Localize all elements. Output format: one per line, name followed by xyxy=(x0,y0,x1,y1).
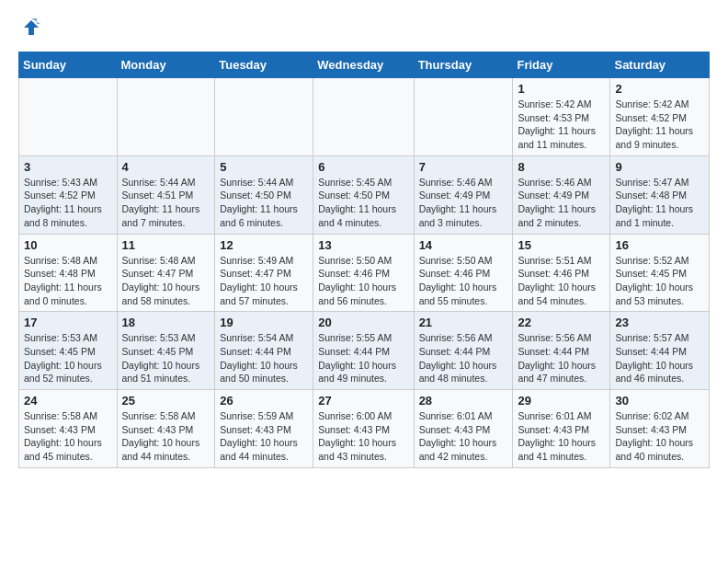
day-cell: 21Sunrise: 5:56 AM Sunset: 4:44 PM Dayli… xyxy=(414,312,513,390)
day-number: 18 xyxy=(122,316,210,329)
weekday-header-thursday: Thursday xyxy=(414,52,513,78)
day-info: Sunrise: 5:46 AM Sunset: 4:49 PM Dayligh… xyxy=(419,176,508,230)
day-number: 13 xyxy=(318,238,408,252)
weekday-header-saturday: Saturday xyxy=(610,52,710,78)
day-number: 2 xyxy=(615,82,704,96)
day-info: Sunrise: 5:46 AM Sunset: 4:49 PM Dayligh… xyxy=(518,176,605,230)
day-cell: 23Sunrise: 5:57 AM Sunset: 4:44 PM Dayli… xyxy=(610,312,710,390)
weekday-header-row: SundayMondayTuesdayWednesdayThursdayFrid… xyxy=(19,52,710,78)
day-info: Sunrise: 5:52 AM Sunset: 4:45 PM Dayligh… xyxy=(615,254,704,308)
day-info: Sunrise: 5:53 AM Sunset: 4:45 PM Dayligh… xyxy=(24,331,112,385)
day-cell: 28Sunrise: 6:01 AM Sunset: 4:43 PM Dayli… xyxy=(414,390,513,468)
day-info: Sunrise: 5:55 AM Sunset: 4:44 PM Dayligh… xyxy=(318,331,408,385)
day-info: Sunrise: 5:57 AM Sunset: 4:44 PM Dayligh… xyxy=(615,331,704,385)
day-info: Sunrise: 6:01 AM Sunset: 4:43 PM Dayligh… xyxy=(518,409,605,464)
day-info: Sunrise: 6:02 AM Sunset: 4:43 PM Dayligh… xyxy=(615,409,704,464)
weekday-header-monday: Monday xyxy=(117,52,215,78)
page: SundayMondayTuesdayWednesdayThursdayFrid… xyxy=(0,0,728,487)
day-number: 1 xyxy=(518,82,605,96)
day-cell: 22Sunrise: 5:56 AM Sunset: 4:44 PM Dayli… xyxy=(513,312,610,390)
day-cell xyxy=(19,78,118,156)
day-info: Sunrise: 6:01 AM Sunset: 4:43 PM Dayligh… xyxy=(419,409,508,464)
day-number: 15 xyxy=(518,238,605,252)
day-info: Sunrise: 5:48 AM Sunset: 4:47 PM Dayligh… xyxy=(122,254,210,308)
day-info: Sunrise: 5:56 AM Sunset: 4:44 PM Dayligh… xyxy=(419,331,508,385)
day-info: Sunrise: 5:58 AM Sunset: 4:43 PM Dayligh… xyxy=(122,409,210,464)
day-number: 17 xyxy=(24,316,112,329)
day-cell: 15Sunrise: 5:51 AM Sunset: 4:46 PM Dayli… xyxy=(513,234,610,312)
day-cell: 17Sunrise: 5:53 AM Sunset: 4:45 PM Dayli… xyxy=(19,312,118,390)
day-info: Sunrise: 5:50 AM Sunset: 4:46 PM Dayligh… xyxy=(419,254,508,308)
weekday-header-friday: Friday xyxy=(513,52,610,78)
day-cell: 20Sunrise: 5:55 AM Sunset: 4:44 PM Dayli… xyxy=(313,312,414,390)
day-cell: 10Sunrise: 5:48 AM Sunset: 4:48 PM Dayli… xyxy=(19,234,118,312)
day-info: Sunrise: 5:54 AM Sunset: 4:44 PM Dayligh… xyxy=(220,331,308,385)
day-cell: 12Sunrise: 5:49 AM Sunset: 4:47 PM Dayli… xyxy=(215,234,313,312)
day-number: 20 xyxy=(318,316,408,329)
day-cell: 7Sunrise: 5:46 AM Sunset: 4:49 PM Daylig… xyxy=(414,155,513,234)
day-cell: 1Sunrise: 5:42 AM Sunset: 4:53 PM Daylig… xyxy=(513,78,610,156)
day-info: Sunrise: 5:59 AM Sunset: 4:43 PM Dayligh… xyxy=(220,409,308,464)
day-number: 24 xyxy=(24,394,112,408)
week-row-4: 17Sunrise: 5:53 AM Sunset: 4:45 PM Dayli… xyxy=(19,312,710,390)
week-row-3: 10Sunrise: 5:48 AM Sunset: 4:48 PM Dayli… xyxy=(19,234,710,312)
day-cell: 18Sunrise: 5:53 AM Sunset: 4:45 PM Dayli… xyxy=(117,312,215,390)
day-number: 5 xyxy=(220,160,308,174)
day-info: Sunrise: 5:42 AM Sunset: 4:53 PM Dayligh… xyxy=(518,98,605,152)
svg-marker-1 xyxy=(24,20,39,35)
week-row-2: 3Sunrise: 5:43 AM Sunset: 4:52 PM Daylig… xyxy=(19,155,710,234)
day-cell: 4Sunrise: 5:44 AM Sunset: 4:51 PM Daylig… xyxy=(117,155,215,234)
day-number: 4 xyxy=(122,160,210,174)
day-info: Sunrise: 5:48 AM Sunset: 4:48 PM Dayligh… xyxy=(24,254,112,308)
day-cell: 9Sunrise: 5:47 AM Sunset: 4:48 PM Daylig… xyxy=(610,155,710,234)
day-info: Sunrise: 5:50 AM Sunset: 4:46 PM Dayligh… xyxy=(318,254,408,308)
day-number: 25 xyxy=(122,394,210,408)
day-info: Sunrise: 5:43 AM Sunset: 4:52 PM Dayligh… xyxy=(24,176,112,230)
day-cell: 26Sunrise: 5:59 AM Sunset: 4:43 PM Dayli… xyxy=(215,390,313,468)
day-number: 6 xyxy=(318,160,408,174)
week-row-5: 24Sunrise: 5:58 AM Sunset: 4:43 PM Dayli… xyxy=(19,390,710,468)
day-number: 9 xyxy=(615,160,704,174)
day-info: Sunrise: 5:42 AM Sunset: 4:52 PM Dayligh… xyxy=(615,98,704,152)
day-cell: 29Sunrise: 6:01 AM Sunset: 4:43 PM Dayli… xyxy=(513,390,610,468)
day-cell: 5Sunrise: 5:44 AM Sunset: 4:50 PM Daylig… xyxy=(215,155,313,234)
day-info: Sunrise: 5:49 AM Sunset: 4:47 PM Dayligh… xyxy=(220,254,308,308)
week-row-1: 1Sunrise: 5:42 AM Sunset: 4:53 PM Daylig… xyxy=(19,78,710,156)
day-number: 16 xyxy=(615,238,704,252)
day-number: 26 xyxy=(220,394,308,408)
day-number: 29 xyxy=(518,394,605,408)
weekday-header-wednesday: Wednesday xyxy=(313,52,414,78)
weekday-header-tuesday: Tuesday xyxy=(215,52,313,78)
day-info: Sunrise: 5:44 AM Sunset: 4:51 PM Dayligh… xyxy=(122,176,210,230)
day-cell xyxy=(117,78,215,156)
day-cell: 2Sunrise: 5:42 AM Sunset: 4:52 PM Daylig… xyxy=(610,78,710,156)
day-cell: 19Sunrise: 5:54 AM Sunset: 4:44 PM Dayli… xyxy=(215,312,313,390)
day-cell: 3Sunrise: 5:43 AM Sunset: 4:52 PM Daylig… xyxy=(19,155,118,234)
day-info: Sunrise: 5:45 AM Sunset: 4:50 PM Dayligh… xyxy=(318,176,408,230)
logo-icon xyxy=(18,15,44,40)
day-info: Sunrise: 5:44 AM Sunset: 4:50 PM Dayligh… xyxy=(220,176,308,230)
day-number: 10 xyxy=(24,238,112,252)
day-info: Sunrise: 5:56 AM Sunset: 4:44 PM Dayligh… xyxy=(518,331,605,385)
day-cell: 27Sunrise: 6:00 AM Sunset: 4:43 PM Dayli… xyxy=(313,390,414,468)
day-cell: 25Sunrise: 5:58 AM Sunset: 4:43 PM Dayli… xyxy=(117,390,215,468)
day-number: 19 xyxy=(220,316,308,329)
day-info: Sunrise: 5:58 AM Sunset: 4:43 PM Dayligh… xyxy=(24,409,112,464)
day-info: Sunrise: 5:47 AM Sunset: 4:48 PM Dayligh… xyxy=(615,176,704,230)
day-cell: 30Sunrise: 6:02 AM Sunset: 4:43 PM Dayli… xyxy=(610,390,710,468)
day-cell: 11Sunrise: 5:48 AM Sunset: 4:47 PM Dayli… xyxy=(117,234,215,312)
day-number: 3 xyxy=(24,160,112,174)
day-number: 30 xyxy=(615,394,704,408)
day-info: Sunrise: 5:51 AM Sunset: 4:46 PM Dayligh… xyxy=(518,254,605,308)
day-cell xyxy=(313,78,414,156)
day-cell xyxy=(414,78,513,156)
day-cell xyxy=(215,78,313,156)
day-number: 14 xyxy=(419,238,508,252)
logo xyxy=(18,15,48,40)
day-number: 12 xyxy=(220,238,308,252)
day-number: 23 xyxy=(615,316,704,329)
day-cell: 6Sunrise: 5:45 AM Sunset: 4:50 PM Daylig… xyxy=(313,155,414,234)
day-cell: 14Sunrise: 5:50 AM Sunset: 4:46 PM Dayli… xyxy=(414,234,513,312)
day-cell: 16Sunrise: 5:52 AM Sunset: 4:45 PM Dayli… xyxy=(610,234,710,312)
day-cell: 8Sunrise: 5:46 AM Sunset: 4:49 PM Daylig… xyxy=(513,155,610,234)
